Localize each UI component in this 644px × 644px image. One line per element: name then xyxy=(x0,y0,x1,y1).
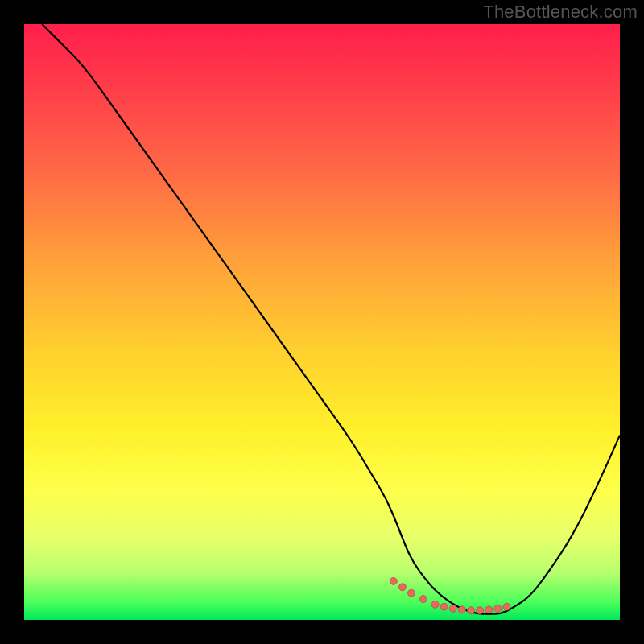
highlight-dot xyxy=(449,605,456,612)
highlight-dot xyxy=(408,589,415,597)
plot-area xyxy=(24,24,620,620)
bottleneck-curve xyxy=(42,24,620,614)
highlight-dot xyxy=(390,577,397,584)
highlight-dot xyxy=(485,606,493,613)
highlight-dot xyxy=(419,596,427,603)
highlight-dots xyxy=(390,577,510,613)
chart-svg xyxy=(24,24,620,620)
highlight-dot xyxy=(468,607,475,614)
watermark-text: TheBottleneck.com xyxy=(483,2,638,23)
highlight-dot xyxy=(503,603,510,610)
chart-container: TheBottleneck.com xyxy=(0,0,644,644)
highlight-dot xyxy=(398,584,406,591)
highlight-dot xyxy=(494,605,502,612)
highlight-dot xyxy=(431,601,439,608)
highlight-dot xyxy=(458,606,465,613)
highlight-dot xyxy=(477,607,484,614)
highlight-dot xyxy=(440,603,448,610)
